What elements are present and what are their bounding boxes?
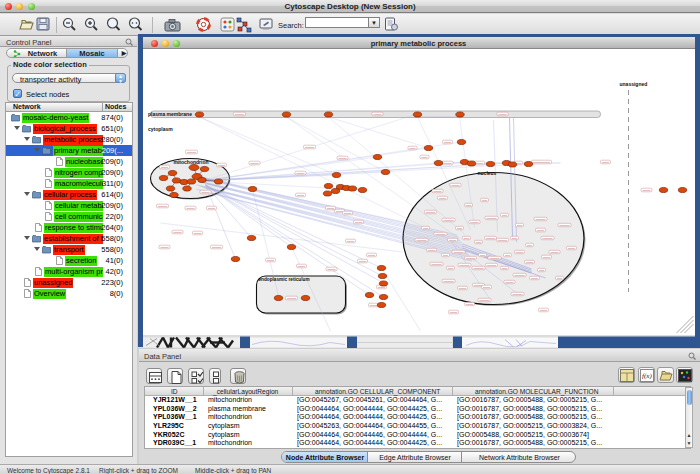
svg-text:f(x): f(x) xyxy=(642,372,652,380)
svg-text:plasma membrane: plasma membrane xyxy=(148,111,192,117)
svg-text:cytoplasm: cytoplasm xyxy=(148,126,173,132)
svg-text:mitochondrion: mitochondrion xyxy=(173,159,208,165)
svg-text:nucleus: nucleus xyxy=(477,170,496,176)
svg-text:endoplasmic reticulum: endoplasmic reticulum xyxy=(258,277,309,282)
svg-text:unassigned: unassigned xyxy=(619,81,647,87)
